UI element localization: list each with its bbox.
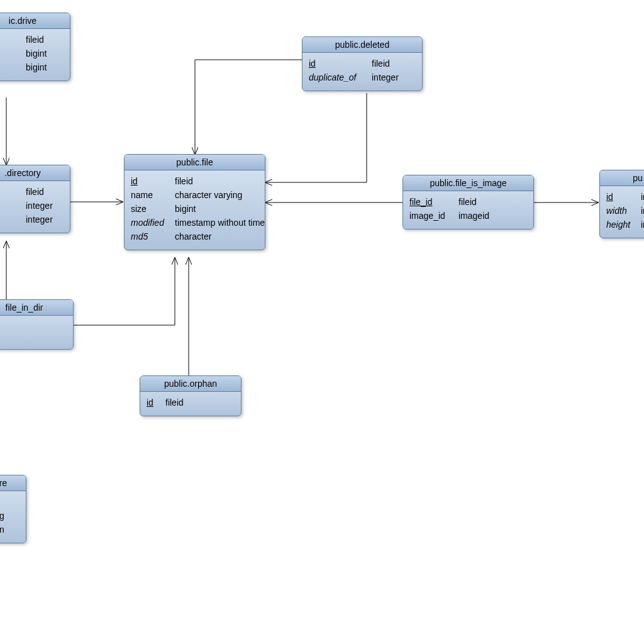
entity-file[interactable]: public.file idfileid namecharacter varyi… — [124, 154, 265, 250]
entity-columns — [0, 316, 73, 326]
entity-title: .directory — [0, 165, 70, 181]
entity-file-in-dir[interactable]: file_in_dir — [0, 299, 74, 350]
entity-orphan[interactable]: public.orphan idfileid — [140, 375, 242, 416]
entity-title: public.file_is_image — [403, 175, 533, 191]
entity-file-is-image[interactable]: public.file_is_image file_idfileid image… — [402, 175, 534, 230]
entity-image[interactable]: pu idim widthin heightin — [599, 170, 644, 238]
entity-title: public.file — [125, 155, 265, 170]
entity-title: ure — [0, 475, 26, 491]
er-diagram-canvas: ic.drive fileid bigint bigint .directory… — [0, 0, 644, 644]
entity-drive[interactable]: ic.drive fileid bigint bigint — [0, 13, 70, 81]
entity-columns: idim widthin heightin — [600, 186, 644, 238]
entity-columns: idfileid duplicate_ofinteger — [303, 53, 422, 91]
entity-columns: fileid bigint bigint — [0, 29, 70, 80]
entity-columns: fileid integer sinteger — [0, 181, 70, 233]
entity-title: pu — [600, 170, 644, 186]
entity-title: public.deleted — [303, 37, 422, 53]
entity-title: public.orphan — [140, 376, 241, 392]
entity-title: file_in_dir — [0, 300, 73, 316]
entity-columns: idfileid namecharacter varying sizebigin… — [125, 170, 265, 250]
entity-ure[interactable]: ure ying sion — [0, 475, 26, 543]
relationship-arrows — [0, 0, 644, 644]
entity-title: ic.drive — [0, 13, 70, 29]
entity-columns: idfileid — [140, 392, 241, 416]
entity-directory[interactable]: .directory fileid integer sinteger — [0, 165, 70, 233]
entity-columns: file_idfileid image_idimageid — [403, 191, 533, 229]
entity-columns: ying sion — [0, 491, 26, 543]
entity-deleted[interactable]: public.deleted idfileid duplicate_ofinte… — [302, 36, 423, 91]
